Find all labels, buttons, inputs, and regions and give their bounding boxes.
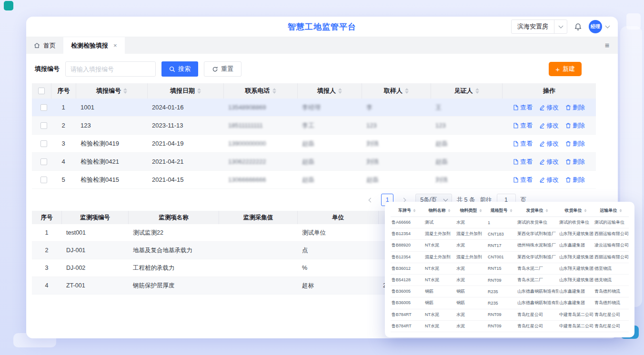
edit-link[interactable]: 修改: [539, 121, 559, 130]
sort-icon[interactable]: [405, 88, 409, 94]
cell-carrier-unit: 测试的运输单位: [594, 219, 629, 226]
table-row: 鲁B36005 钢筋 钢筋 R235 山东德鑫钢筋制造有限 山东鑫建集团 青岛德…: [391, 297, 629, 309]
column-header: 监测项名称: [128, 211, 219, 224]
view-link[interactable]: 查看: [513, 103, 533, 112]
view-link[interactable]: 查看: [513, 176, 533, 184]
sort-icon[interactable]: [510, 209, 512, 212]
column-header-label: 单位: [332, 214, 344, 222]
cell-plate-number: 鲁B54128: [391, 277, 424, 283]
column-header[interactable]: 车牌号: [391, 207, 424, 214]
tab-menu-icon[interactable]: ≡: [605, 41, 618, 50]
tab-close-icon[interactable]: ×: [113, 42, 117, 49]
edit-link[interactable]: 修改: [539, 103, 559, 112]
column-header: 监测采集值: [219, 211, 297, 224]
reset-button-label: 重置: [221, 65, 233, 73]
project-select[interactable]: 滨海安置房: [511, 20, 567, 34]
table-row[interactable]: 1 1001 2024-01-16 13548908869 李经理 李 王 查看: [32, 99, 596, 117]
sort-icon[interactable]: [123, 88, 127, 94]
sort-icon[interactable]: [197, 88, 201, 94]
cell-receiver-unit: 山东鑫建集团: [558, 300, 594, 306]
document-icon: [513, 159, 519, 165]
delete-link[interactable]: 删除: [565, 121, 585, 130]
cell-item-unit: 点: [297, 247, 378, 255]
prev-page-button[interactable]: [364, 194, 376, 206]
cell-plate-number: 鲁B784RT: [391, 323, 424, 329]
sort-icon[interactable]: [479, 209, 482, 212]
home-icon: [34, 42, 40, 49]
avatar[interactable]: 经理: [589, 20, 602, 33]
table-row[interactable]: 4 检验检测0421 2021-04-21 13062222222 赵磊 刘强 …: [32, 153, 596, 171]
plus-icon: +: [555, 66, 560, 73]
view-link[interactable]: 查看: [513, 139, 533, 148]
row-checkbox[interactable]: [40, 104, 47, 111]
column-header[interactable]: 操作: [502, 83, 596, 99]
cell-receiver-unit: 山东翔天建筑集团有限: [558, 231, 594, 237]
sort-icon[interactable]: [448, 209, 450, 212]
column-header[interactable]: 填报编号: [76, 83, 147, 99]
cell-spec-model: 1: [487, 220, 516, 225]
select-all-checkbox[interactable]: [38, 88, 45, 94]
edit-link[interactable]: 修改: [539, 158, 559, 166]
tab-home[interactable]: 首页: [26, 37, 63, 54]
column-header[interactable]: 物料类型: [455, 207, 487, 214]
sort-icon[interactable]: [584, 209, 586, 212]
column-header[interactable]: 填报日期: [147, 83, 223, 99]
bell-icon[interactable]: [574, 23, 582, 31]
report-table-body: 1 1001 2024-01-16 13548908869 李经理 李 王 查看: [32, 99, 596, 189]
search-icon: [169, 66, 175, 72]
row-checkbox[interactable]: [40, 140, 47, 147]
column-header-label: 规格型号: [491, 207, 508, 214]
row-checkbox[interactable]: [40, 122, 47, 129]
row-checkbox-cell: [32, 140, 51, 147]
table-row: 鲁A66666 测试 水泥 1 测试的发货单位 测试的收货单位 测试的运输单位: [391, 217, 629, 228]
column-header[interactable]: 联系电话: [223, 83, 297, 99]
sort-icon[interactable]: [272, 88, 276, 94]
column-header[interactable]: 填报人: [297, 83, 362, 99]
delete-link[interactable]: 删除: [565, 103, 585, 112]
column-header[interactable]: 运输单位: [594, 207, 629, 214]
column-header[interactable]: 序号: [51, 83, 76, 99]
sort-icon[interactable]: [338, 88, 342, 94]
view-link[interactable]: 查看: [513, 158, 533, 166]
edit-link[interactable]: 修改: [539, 176, 559, 184]
document-icon: [513, 105, 519, 110]
table-row[interactable]: 3 检验检测0419 2021-04-19 13900000000 赵磊 刘强 …: [32, 135, 596, 153]
table-row: 鲁B12354 混凝土外加剂 混凝土外加剂 CNT001 莱西化学试剂制造厂 山…: [391, 252, 629, 263]
table-row[interactable]: 2 123 2023-11-13 18511111111 李工 123 123 …: [32, 117, 596, 135]
user-menu-chevron-icon[interactable]: [605, 23, 610, 28]
column-header[interactable]: 取样人: [362, 83, 431, 99]
table-row: 鲁B12354 混凝土外加剂 混凝土外加剂 CNT183 莱西化学试剂制造厂 山…: [391, 228, 629, 240]
column-header[interactable]: 物料名称: [424, 207, 455, 214]
column-header[interactable]: 收货单位: [558, 207, 594, 214]
cell-carrier-unit: 青岛德邦物流: [594, 300, 629, 306]
column-header[interactable]: 规格型号: [487, 207, 516, 214]
edit-icon: [539, 141, 545, 147]
search-button-label: 搜索: [178, 65, 191, 73]
sort-icon[interactable]: [413, 209, 415, 212]
delete-link[interactable]: 删除: [565, 139, 585, 148]
cell-carrier-unit: 德克物流: [594, 277, 629, 283]
edit-link[interactable]: 修改: [539, 139, 559, 148]
search-button[interactable]: 搜索: [161, 61, 198, 77]
tab-inspection-report[interactable]: 检测检验填报 ×: [63, 37, 125, 54]
column-header-label: 填报编号: [96, 87, 121, 95]
sort-icon[interactable]: [475, 88, 479, 94]
cell-carrier-unit: 青岛德邦物流: [594, 288, 629, 295]
delete-link[interactable]: 删除: [565, 176, 585, 184]
create-button[interactable]: + 新建: [549, 62, 582, 76]
refresh-icon: [212, 66, 218, 72]
row-checkbox[interactable]: [40, 177, 47, 183]
column-header[interactable]: 发货单位: [516, 207, 558, 214]
delete-link[interactable]: 删除: [565, 158, 585, 166]
sort-icon[interactable]: [545, 209, 548, 212]
cell-sampler: 刘强: [362, 139, 431, 148]
view-link[interactable]: 查看: [513, 121, 533, 130]
reset-button[interactable]: 重置: [204, 61, 242, 77]
row-checkbox[interactable]: [40, 158, 47, 165]
table-row[interactable]: 5 检验检测0415 2021-04-15 13066666666 赵磊 赵磊 …: [32, 171, 596, 189]
column-header[interactable]: 见证人: [431, 83, 502, 99]
cell-index: 4: [32, 282, 61, 289]
search-input[interactable]: [65, 61, 156, 77]
sort-icon[interactable]: [619, 209, 622, 212]
cell-item-unit: 测试单位: [297, 229, 378, 237]
